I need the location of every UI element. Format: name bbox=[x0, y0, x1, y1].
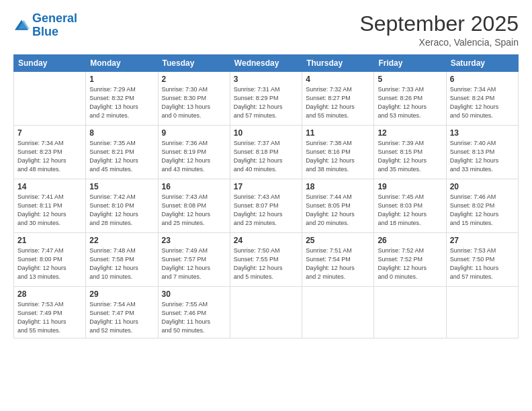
weekday-header-tuesday: Tuesday bbox=[158, 55, 230, 72]
day-info: Sunrise: 7:37 AM Sunset: 8:18 PM Dayligh… bbox=[234, 139, 298, 174]
calendar-cell: 7Sunrise: 7:34 AM Sunset: 8:23 PM Daylig… bbox=[14, 126, 86, 179]
calendar-cell: 12Sunrise: 7:39 AM Sunset: 8:15 PM Dayli… bbox=[374, 126, 446, 179]
weekday-header-row: SundayMondayTuesdayWednesdayThursdayFrid… bbox=[14, 55, 519, 72]
day-number: 3 bbox=[234, 75, 298, 84]
calendar-cell: 3Sunrise: 7:31 AM Sunset: 8:29 PM Daylig… bbox=[230, 72, 302, 126]
main-title: September 2025 bbox=[359, 12, 519, 36]
subtitle: Xeraco, Valencia, Spain bbox=[359, 37, 519, 48]
day-info: Sunrise: 7:53 AM Sunset: 7:49 PM Dayligh… bbox=[17, 300, 82, 335]
day-number: 27 bbox=[450, 236, 515, 245]
week-row-3: 21Sunrise: 7:47 AM Sunset: 8:00 PM Dayli… bbox=[14, 233, 519, 287]
week-row-4: 28Sunrise: 7:53 AM Sunset: 7:49 PM Dayli… bbox=[14, 287, 519, 338]
day-info: Sunrise: 7:38 AM Sunset: 8:16 PM Dayligh… bbox=[306, 139, 370, 174]
day-info: Sunrise: 7:54 AM Sunset: 7:47 PM Dayligh… bbox=[89, 300, 154, 335]
day-info: Sunrise: 7:42 AM Sunset: 8:10 PM Dayligh… bbox=[89, 193, 154, 228]
day-number: 20 bbox=[450, 182, 515, 191]
day-info: Sunrise: 7:34 AM Sunset: 8:23 PM Dayligh… bbox=[17, 139, 82, 174]
day-info: Sunrise: 7:35 AM Sunset: 8:21 PM Dayligh… bbox=[89, 139, 154, 174]
day-number: 19 bbox=[378, 182, 442, 191]
day-number: 13 bbox=[450, 128, 515, 138]
day-number: 4 bbox=[306, 75, 370, 84]
day-number: 22 bbox=[89, 236, 154, 245]
day-number: 14 bbox=[17, 182, 82, 191]
day-number: 9 bbox=[162, 128, 226, 138]
weekday-header-monday: Monday bbox=[86, 55, 158, 72]
calendar-cell: 5Sunrise: 7:33 AM Sunset: 8:26 PM Daylig… bbox=[374, 72, 446, 126]
day-number: 15 bbox=[89, 182, 154, 191]
weekday-header-saturday: Saturday bbox=[446, 55, 518, 72]
day-number: 28 bbox=[17, 289, 82, 299]
calendar-cell: 1Sunrise: 7:29 AM Sunset: 8:32 PM Daylig… bbox=[86, 72, 158, 126]
day-number: 8 bbox=[89, 128, 154, 138]
calendar-cell: 28Sunrise: 7:53 AM Sunset: 7:49 PM Dayli… bbox=[14, 287, 86, 338]
day-info: Sunrise: 7:48 AM Sunset: 7:58 PM Dayligh… bbox=[89, 246, 154, 281]
calendar-cell: 10Sunrise: 7:37 AM Sunset: 8:18 PM Dayli… bbox=[230, 126, 302, 179]
day-info: Sunrise: 7:31 AM Sunset: 8:29 PM Dayligh… bbox=[234, 85, 298, 120]
day-info: Sunrise: 7:52 AM Sunset: 7:52 PM Dayligh… bbox=[378, 246, 442, 281]
calendar-cell: 23Sunrise: 7:49 AM Sunset: 7:57 PM Dayli… bbox=[158, 233, 230, 287]
weekday-header-thursday: Thursday bbox=[302, 55, 374, 72]
day-number: 10 bbox=[234, 128, 298, 138]
calendar-cell: 13Sunrise: 7:40 AM Sunset: 8:13 PM Dayli… bbox=[446, 126, 518, 179]
calendar-cell: 16Sunrise: 7:43 AM Sunset: 8:08 PM Dayli… bbox=[158, 179, 230, 233]
day-number: 30 bbox=[162, 289, 226, 299]
calendar-cell: 2Sunrise: 7:30 AM Sunset: 8:30 PM Daylig… bbox=[158, 72, 230, 126]
day-info: Sunrise: 7:46 AM Sunset: 8:02 PM Dayligh… bbox=[450, 193, 515, 228]
calendar-cell: 4Sunrise: 7:32 AM Sunset: 8:27 PM Daylig… bbox=[302, 72, 374, 126]
calendar-cell: 8Sunrise: 7:35 AM Sunset: 8:21 PM Daylig… bbox=[86, 126, 158, 179]
calendar-cell: 22Sunrise: 7:48 AM Sunset: 7:58 PM Dayli… bbox=[86, 233, 158, 287]
weekday-header-wednesday: Wednesday bbox=[230, 55, 302, 72]
day-number: 11 bbox=[306, 128, 370, 138]
day-info: Sunrise: 7:33 AM Sunset: 8:26 PM Dayligh… bbox=[378, 85, 442, 120]
day-info: Sunrise: 7:32 AM Sunset: 8:27 PM Dayligh… bbox=[306, 85, 370, 120]
week-row-2: 14Sunrise: 7:41 AM Sunset: 8:11 PM Dayli… bbox=[14, 179, 519, 233]
calendar-cell: 27Sunrise: 7:53 AM Sunset: 7:50 PM Dayli… bbox=[446, 233, 518, 287]
calendar-cell: 6Sunrise: 7:34 AM Sunset: 8:24 PM Daylig… bbox=[446, 72, 518, 126]
day-info: Sunrise: 7:30 AM Sunset: 8:30 PM Dayligh… bbox=[162, 85, 226, 120]
calendar-cell: 14Sunrise: 7:41 AM Sunset: 8:11 PM Dayli… bbox=[14, 179, 86, 233]
week-row-1: 7Sunrise: 7:34 AM Sunset: 8:23 PM Daylig… bbox=[14, 126, 519, 179]
day-info: Sunrise: 7:39 AM Sunset: 8:15 PM Dayligh… bbox=[378, 139, 442, 174]
day-info: Sunrise: 7:55 AM Sunset: 7:46 PM Dayligh… bbox=[162, 300, 226, 335]
day-number: 24 bbox=[234, 236, 298, 245]
day-number: 7 bbox=[17, 128, 82, 138]
day-number: 6 bbox=[450, 75, 515, 84]
day-info: Sunrise: 7:50 AM Sunset: 7:55 PM Dayligh… bbox=[234, 246, 298, 281]
day-info: Sunrise: 7:43 AM Sunset: 8:08 PM Dayligh… bbox=[162, 193, 226, 228]
calendar-cell: 25Sunrise: 7:51 AM Sunset: 7:54 PM Dayli… bbox=[302, 233, 374, 287]
calendar-cell: 15Sunrise: 7:42 AM Sunset: 8:10 PM Dayli… bbox=[86, 179, 158, 233]
week-row-0: 1Sunrise: 7:29 AM Sunset: 8:32 PM Daylig… bbox=[14, 72, 519, 126]
calendar-cell: 9Sunrise: 7:36 AM Sunset: 8:19 PM Daylig… bbox=[158, 126, 230, 179]
day-info: Sunrise: 7:36 AM Sunset: 8:19 PM Dayligh… bbox=[162, 139, 226, 174]
logo-text: General Blue bbox=[32, 12, 77, 39]
calendar-cell bbox=[14, 72, 86, 126]
day-number: 26 bbox=[378, 236, 442, 245]
day-number: 23 bbox=[162, 236, 226, 245]
day-number: 1 bbox=[89, 75, 154, 84]
calendar-cell: 24Sunrise: 7:50 AM Sunset: 7:55 PM Dayli… bbox=[230, 233, 302, 287]
logo-icon bbox=[13, 19, 30, 32]
calendar-cell: 19Sunrise: 7:45 AM Sunset: 8:03 PM Dayli… bbox=[374, 179, 446, 233]
day-number: 16 bbox=[162, 182, 226, 191]
calendar-cell bbox=[302, 287, 374, 338]
calendar: SundayMondayTuesdayWednesdayThursdayFrid… bbox=[13, 54, 519, 338]
calendar-cell: 18Sunrise: 7:44 AM Sunset: 8:05 PM Dayli… bbox=[302, 179, 374, 233]
calendar-cell: 20Sunrise: 7:46 AM Sunset: 8:02 PM Dayli… bbox=[446, 179, 518, 233]
day-info: Sunrise: 7:34 AM Sunset: 8:24 PM Dayligh… bbox=[450, 85, 515, 120]
calendar-cell bbox=[446, 287, 518, 338]
day-info: Sunrise: 7:44 AM Sunset: 8:05 PM Dayligh… bbox=[306, 193, 370, 228]
day-info: Sunrise: 7:45 AM Sunset: 8:03 PM Dayligh… bbox=[378, 193, 442, 228]
day-info: Sunrise: 7:53 AM Sunset: 7:50 PM Dayligh… bbox=[450, 246, 515, 281]
day-info: Sunrise: 7:47 AM Sunset: 8:00 PM Dayligh… bbox=[17, 246, 82, 281]
logo: General Blue bbox=[13, 12, 77, 39]
calendar-cell: 17Sunrise: 7:43 AM Sunset: 8:07 PM Dayli… bbox=[230, 179, 302, 233]
day-number: 12 bbox=[378, 128, 442, 138]
day-info: Sunrise: 7:40 AM Sunset: 8:13 PM Dayligh… bbox=[450, 139, 515, 174]
calendar-cell bbox=[230, 287, 302, 338]
calendar-cell bbox=[374, 287, 446, 338]
calendar-cell: 26Sunrise: 7:52 AM Sunset: 7:52 PM Dayli… bbox=[374, 233, 446, 287]
day-info: Sunrise: 7:29 AM Sunset: 8:32 PM Dayligh… bbox=[89, 85, 154, 120]
calendar-cell: 30Sunrise: 7:55 AM Sunset: 7:46 PM Dayli… bbox=[158, 287, 230, 338]
day-number: 18 bbox=[306, 182, 370, 191]
header: General Blue September 2025 Xeraco, Vale… bbox=[13, 12, 519, 48]
